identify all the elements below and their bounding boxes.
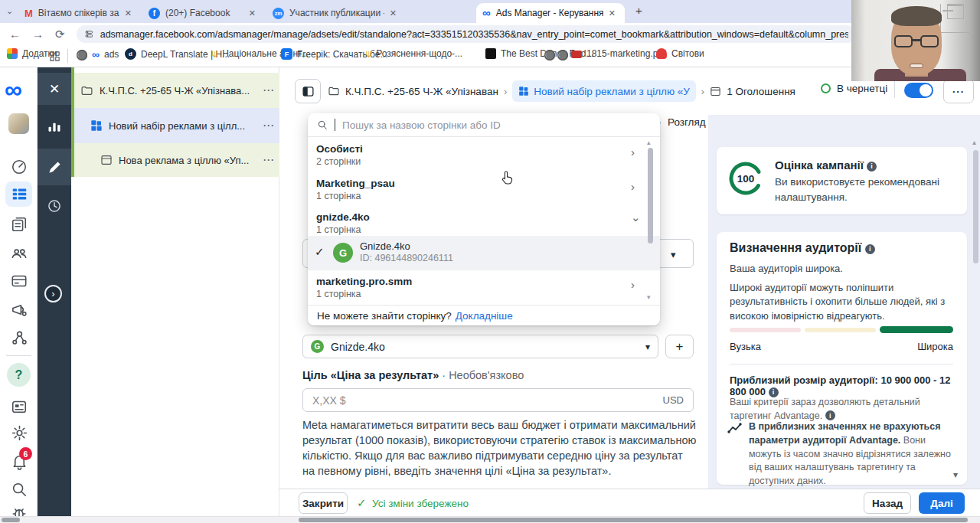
ad-page-icon [710, 86, 721, 97]
adset-on-toggle[interactable] [904, 83, 933, 98]
header-more-button[interactable]: ··· [943, 79, 974, 103]
chevron-right-icon: › [701, 86, 704, 97]
breadcrumb-adset-active[interactable]: Новий набір реклами з ціллю «У [512, 80, 696, 102]
scroll-down-icon[interactable]: ▾ [647, 293, 651, 301]
close-editor-button[interactable]: ✕ [38, 73, 71, 105]
tree-item-ad[interactable]: Нова реклама з ціллю «Уп... ··· [74, 143, 279, 177]
bookmark-ads[interactable]: ∞ ads [92, 48, 119, 60]
globe-bookmark-icon[interactable] [544, 50, 555, 60]
performance-chart-icon[interactable] [38, 113, 71, 139]
back-button[interactable]: Назад [864, 492, 911, 514]
breadcrumb-campaign[interactable]: К.Ч.П.С. +25-65 Ч-Ж «Упізнаван [345, 86, 498, 97]
help-button[interactable]: ? [7, 363, 31, 387]
omnibox[interactable]: adsmanager.facebook.com/adsmanager/manag… [77, 25, 856, 43]
score-body: Ви використовуєте рекомендовані налаштув… [775, 175, 959, 204]
history-clock-icon[interactable] [38, 193, 71, 219]
ads-megaphone-icon[interactable] [10, 300, 28, 319]
globe-bookmark-icon[interactable] [77, 50, 87, 60]
account-avatar[interactable] [8, 113, 29, 134]
bookmark-pdf[interactable]: 1815-marketing.pdf [571, 48, 665, 59]
back-icon[interactable]: ← [9, 28, 21, 41]
pages-icon[interactable] [10, 215, 28, 234]
workspaces-icon[interactable] [49, 51, 60, 62]
page-select-field[interactable]: G Gnizde.4ko ▾ [302, 335, 658, 358]
tab-close-icon[interactable]: ✕ [390, 8, 397, 18]
add-page-button[interactable]: + [665, 335, 694, 358]
tab-zoom[interactable]: zm Участник публикации - Zoom ✕ [266, 3, 403, 23]
advantage-note: В приблизних значеннях не врахуються пар… [749, 420, 954, 489]
meta-logo[interactable]: ∞ [5, 77, 22, 103]
panel-scrollbar-thumb[interactable] [973, 150, 978, 263]
chevron-down-icon: ⌄ [631, 211, 641, 224]
billing-icon[interactable] [10, 272, 28, 290]
page-search-input[interactable] [342, 119, 626, 131]
next-button[interactable]: Далі [919, 492, 965, 514]
more-options-button[interactable]: ··· [263, 85, 275, 96]
forward-icon[interactable]: → [32, 28, 44, 41]
horizontal-scrollbar[interactable] [0, 516, 980, 523]
globe-bookmark-icon[interactable] [557, 50, 568, 60]
overview-gauge-icon[interactable] [10, 158, 28, 176]
search-icon[interactable] [10, 480, 28, 498]
hscroll-thumb[interactable] [299, 518, 968, 522]
audience-title-text: Визначення аудиторії [730, 241, 861, 254]
close-button[interactable]: Закрити [299, 492, 348, 514]
panel-scroll-up-icon[interactable]: ▴ [972, 138, 976, 146]
new-tab-button[interactable]: + [635, 4, 642, 17]
info-icon[interactable]: i [867, 162, 877, 172]
draft-circle-icon [821, 83, 831, 93]
bookmark-svitovy[interactable]: Світови [656, 48, 704, 59]
more-options-button[interactable]: ··· [263, 155, 275, 165]
assets-hierarchy-icon[interactable] [10, 329, 28, 347]
selected-page-id: ID: 496144890246111 [360, 253, 453, 263]
webcam-overlay [851, 0, 980, 81]
check-icon: ✓ [315, 245, 325, 259]
edit-pencil-button[interactable] [38, 149, 71, 185]
info-icon[interactable]: i [825, 410, 835, 420]
settings-gear-icon[interactable] [10, 423, 28, 442]
tab-facebook[interactable]: f (20+) Facebook ✕ [142, 3, 262, 23]
news-icon[interactable] [10, 397, 28, 416]
tree-item-adset-selected[interactable]: Новий набір реклами з цілл... ··· [74, 108, 279, 143]
expand-panel-button[interactable]: › [44, 285, 62, 302]
draft-status: В чернетці [821, 83, 887, 94]
scroll-up-icon[interactable]: ▴ [647, 139, 651, 146]
tab-close-icon[interactable]: ✕ [249, 8, 256, 18]
review-section-label[interactable]: ▸ Розгляд [657, 116, 706, 128]
breadcrumb-ads-count[interactable]: 1 Оголошення [727, 86, 795, 97]
page-avatar: G [333, 243, 353, 263]
tree-item-campaign[interactable]: К.Ч.П.С. +25-65 Ч-Ж «Упізнава... ··· [74, 73, 279, 108]
cost-per-result-input[interactable] [312, 394, 657, 407]
dropdown-group-personal[interactable]: Особисті 2 сторінки [316, 143, 363, 167]
zoom-icon: zm [273, 8, 284, 19]
campaigns-icon[interactable] [10, 185, 28, 203]
site-info-icon[interactable] [84, 29, 94, 39]
tab-ads-manager-active[interactable]: ∞ Ads Manager - Керування рек ✕ [476, 3, 625, 23]
card-scroll-caret-icon[interactable]: ▾ [953, 469, 958, 480]
audiences-icon[interactable] [10, 244, 28, 262]
more-options-button[interactable]: ··· [263, 120, 275, 131]
tab-close-icon[interactable]: ✕ [125, 8, 132, 18]
tree-item-label: К.Ч.П.С. +25-65 Ч-Ж «Упізнава... [100, 85, 257, 96]
dropdown-group-gnizde[interactable]: gnizde.4ko 1 сторінка [316, 211, 370, 235]
dropdown-group-marketing-psau[interactable]: Marketing_psau 1 сторінка [316, 178, 395, 201]
cost-per-result-field[interactable]: USD [302, 388, 694, 412]
dropdown-search-row[interactable] [308, 113, 660, 137]
header-divider [894, 81, 895, 98]
score-title: Оцінка кампанії i [775, 159, 877, 172]
info-icon[interactable]: i [865, 244, 875, 254]
tab-search-chevron-icon[interactable]: ⌄ [6, 6, 13, 16]
meter-mid-segment [805, 328, 876, 332]
tab-close-icon[interactable]: ✕ [609, 8, 616, 18]
reload-icon[interactable]: ⟳ [55, 28, 65, 41]
deepl-icon: d [125, 48, 136, 60]
group-count: 1 сторінка [316, 224, 370, 235]
toggle-sidebar-button[interactable] [295, 79, 321, 103]
learn-more-link[interactable]: Докладніше [456, 310, 513, 322]
dropdown-scrollbar-thumb[interactable] [648, 148, 653, 244]
hscroll-left-nub[interactable] [2, 518, 20, 522]
dropdown-group-marketing-pro[interactable]: marketing.pro.smm 1 сторінка [316, 276, 412, 299]
tab-gmail[interactable]: M Вітаємо спікерів заходу "FEB- ✕ [18, 3, 138, 23]
bookmark-rozyasnennya[interactable]: ⍦ Розяснення-щодо-... [366, 48, 462, 59]
dropdown-selected-page[interactable]: ✓ G Gnizde.4ko ID: 496144890246111 [308, 236, 660, 270]
